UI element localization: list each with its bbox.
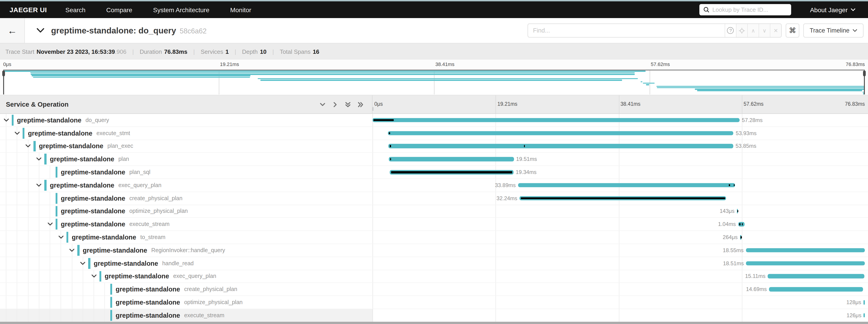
collapse-one-level-button[interactable] xyxy=(332,101,339,108)
span-operation-name: handle_read xyxy=(162,260,194,266)
span-row[interactable]: greptime-standaloneexec_query_plan33.89m… xyxy=(0,179,868,192)
span-row[interactable]: greptime-standaloneexecute_stmt53.93ms xyxy=(0,127,868,140)
span-log-marker[interactable] xyxy=(734,184,735,186)
chevron-down-icon[interactable] xyxy=(69,249,74,252)
span-row[interactable]: greptime-standaloneexec_query_plan15.11m… xyxy=(0,270,868,283)
nav-item-search[interactable]: Search xyxy=(55,6,96,13)
span-log-marker[interactable] xyxy=(391,171,512,173)
span-name-cell[interactable]: greptime-standaloneRegionInvoker::handle… xyxy=(0,244,373,257)
nav-item-monitor[interactable]: Monitor xyxy=(220,6,261,13)
chevron-down-icon[interactable] xyxy=(36,158,42,161)
span-log-marker[interactable] xyxy=(390,158,391,160)
find-focus-button[interactable] xyxy=(736,24,747,37)
span-row[interactable]: greptime-standaloneoptimize_physical_pla… xyxy=(0,296,868,309)
span-bar[interactable] xyxy=(388,144,733,148)
trace-view-selector[interactable]: Trace Timeline xyxy=(803,24,864,37)
keyboard-shortcuts-button[interactable]: ⌘ xyxy=(786,24,799,37)
nav-item-system-architecture[interactable]: System Architecture xyxy=(143,6,220,13)
horizontal-scrollbar[interactable] xyxy=(0,322,868,324)
back-button[interactable]: ← xyxy=(0,18,25,43)
span-color-bar xyxy=(44,154,46,165)
minimap-left-scrubber-handle[interactable] xyxy=(2,70,5,76)
span-bar[interactable] xyxy=(864,300,865,304)
span-name-cell[interactable]: greptime-standaloneplan xyxy=(0,153,373,166)
find-input[interactable]: Find... xyxy=(528,24,725,37)
chevron-down-icon[interactable] xyxy=(58,235,64,239)
chevron-down-icon[interactable] xyxy=(14,131,20,135)
span-bar[interactable] xyxy=(738,222,745,226)
chevron-down-icon[interactable] xyxy=(80,261,86,265)
span-bar[interactable] xyxy=(769,287,863,291)
span-name-cell[interactable]: greptime-standalonecreate_physical_plan xyxy=(0,283,373,296)
span-row[interactable]: greptime-standaloneRegionInvoker::handle… xyxy=(0,244,868,257)
column-resizer-handle[interactable]: ‖ xyxy=(372,106,374,111)
span-name-cell[interactable]: greptime-standaloneexecute_stmt xyxy=(0,127,373,140)
chevron-down-icon[interactable] xyxy=(36,184,42,187)
span-name-cell[interactable]: greptime-standaloneexec_query_plan xyxy=(0,179,373,192)
span-bar[interactable] xyxy=(864,313,865,318)
find-next-button[interactable]: ∨ xyxy=(758,24,770,37)
span-row[interactable]: greptime-standaloneplan_exec53.85ms xyxy=(0,140,868,153)
span-name-cell[interactable]: greptime-standaloneoptimize_physical_pla… xyxy=(0,296,373,309)
span-bar[interactable] xyxy=(389,157,514,161)
find-help-button[interactable]: ? xyxy=(725,24,736,37)
find-prev-button[interactable]: ∧ xyxy=(747,24,758,37)
span-name-cell[interactable]: greptime-standalonecreate_physical_plan xyxy=(0,192,373,205)
span-log-marker[interactable] xyxy=(373,119,394,121)
span-log-marker[interactable] xyxy=(742,223,743,225)
span-name-cell[interactable]: greptime-standalonedo_query xyxy=(0,114,373,127)
chevron-down-icon[interactable] xyxy=(91,274,96,278)
chevron-down-icon[interactable] xyxy=(3,119,9,122)
span-log-marker[interactable] xyxy=(737,210,738,212)
indent-guide xyxy=(17,270,18,283)
span-bar[interactable] xyxy=(746,261,865,265)
find-clear-button[interactable]: ✕ xyxy=(770,24,781,37)
span-bar[interactable] xyxy=(388,131,734,135)
span-name-cell[interactable]: greptime-standaloneoptimize_physical_pla… xyxy=(0,205,373,218)
minimap-canvas[interactable] xyxy=(3,70,865,94)
span-row[interactable]: greptime-standaloneto_stream264μs xyxy=(0,231,868,244)
trace-minimap[interactable]: 0μs19.21ms38.41ms57.62ms76.83ms xyxy=(0,60,868,95)
nav-item-compare[interactable]: Compare xyxy=(96,6,143,13)
chevron-down-icon[interactable] xyxy=(47,223,53,226)
span-log-marker[interactable] xyxy=(729,184,730,186)
span-name-cell[interactable]: greptime-standaloneexec_query_plan xyxy=(0,270,373,283)
minimap-left-scrubber[interactable] xyxy=(3,70,4,94)
span-log-marker[interactable] xyxy=(524,145,525,147)
span-name-cell[interactable]: greptime-standaloneexecute_stream xyxy=(0,218,373,231)
span-name-cell[interactable]: greptime-standaloneplan_exec xyxy=(0,140,373,153)
collapse-trace-detail-toggle[interactable] xyxy=(37,28,44,33)
collapse-all-button[interactable] xyxy=(357,101,364,108)
span-row[interactable]: greptime-standalonehandle_read18.51ms xyxy=(0,257,868,270)
expand-one-level-button[interactable] xyxy=(319,101,326,108)
minimap-right-scrubber-handle[interactable] xyxy=(863,70,866,76)
span-name-cell[interactable]: greptime-standalonehandle_read xyxy=(0,257,373,270)
span-row[interactable]: greptime-standaloneexecute_stream1.04ms xyxy=(0,218,868,231)
span-row[interactable]: greptime-standalonecreate_physical_plan1… xyxy=(0,283,868,296)
span-row[interactable]: greptime-standaloneplan19.51ms xyxy=(0,153,868,166)
span-log-marker[interactable] xyxy=(521,197,725,199)
span-log-marker[interactable] xyxy=(741,236,742,238)
span-bar[interactable] xyxy=(373,118,740,122)
jaeger-logo[interactable]: JAEGER UI xyxy=(9,6,47,13)
span-row[interactable]: greptime-standaloneplan_sql19.34ms xyxy=(0,166,868,179)
span-bar[interactable] xyxy=(768,274,865,278)
span-log-marker[interactable] xyxy=(390,145,391,147)
chevron-down-icon[interactable] xyxy=(25,144,31,148)
span-row[interactable]: greptime-standaloneoptimize_physical_pla… xyxy=(0,205,868,218)
span-row[interactable]: greptime-standalonedo_query57.28ms xyxy=(0,114,868,127)
span-bar[interactable] xyxy=(746,248,865,252)
span-log-marker[interactable] xyxy=(389,132,390,134)
span-name-cell[interactable]: greptime-standaloneto_stream xyxy=(0,231,373,244)
span-row[interactable]: greptime-standaloneexecute_stream126μs xyxy=(0,309,868,322)
span-duration-label: 126μs xyxy=(846,312,862,319)
span-name-cell[interactable]: greptime-standaloneexecute_stream xyxy=(0,309,373,322)
span-row[interactable]: greptime-standalonecreate_physical_plan3… xyxy=(0,192,868,205)
span-name-cell[interactable]: greptime-standaloneplan_sql xyxy=(0,166,373,179)
span-log-marker[interactable] xyxy=(739,223,741,225)
trace-id-lookup-input[interactable]: Lookup by Trace ID... xyxy=(699,4,791,15)
minimap-right-scrubber[interactable] xyxy=(864,70,865,94)
expand-all-button[interactable] xyxy=(344,101,351,108)
span-bar[interactable] xyxy=(518,183,735,187)
about-jaeger-menu[interactable]: About Jaeger xyxy=(810,6,855,13)
